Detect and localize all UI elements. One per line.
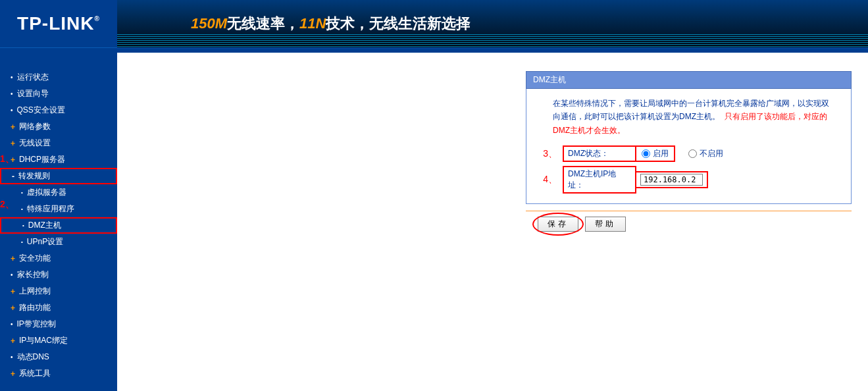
enable-radio[interactable] <box>642 149 650 158</box>
button-row: 保存 帮助 <box>526 217 852 232</box>
help-button[interactable]: 帮助 <box>585 217 626 232</box>
enable-label: 启用 <box>653 148 669 159</box>
disable-label: 不启用 <box>700 148 723 159</box>
nav-setup-wizard[interactable]: •设置向导 <box>0 86 117 102</box>
nav-special-apps[interactable]: •特殊应用程序 <box>0 201 117 217</box>
banner-text2: 技术，无线生活新选择 <box>326 15 471 32</box>
nav-ip-mac-binding[interactable]: +IP与MAC绑定 <box>0 332 117 349</box>
annotation-3: 3、 <box>526 148 563 160</box>
panel-title: DMZ主机 <box>526 71 852 89</box>
dmz-ip-row: 4、 DMZ主机IP地址： <box>526 164 851 195</box>
dmz-ip-input[interactable] <box>640 174 703 186</box>
banner-area: 150M无线速率，11N技术，无线生活新选择 <box>117 0 868 47</box>
nav-virtual-server[interactable]: •虚拟服务器 <box>0 184 117 201</box>
nav-security[interactable]: +安全功能 <box>0 250 117 267</box>
nav-dmz-host[interactable]: •DMZ主机 <box>0 217 117 234</box>
dmz-panel: DMZ主机 在某些特殊情况下，需要让局域网中的一台计算机完全暴露给广域网，以实现… <box>526 71 852 391</box>
dmz-ip-label: DMZ主机IP地址： <box>563 166 636 194</box>
header-bottom-bar <box>0 47 868 53</box>
nav-running-status[interactable]: •运行状态 <box>0 69 117 86</box>
nav-forwarding-rules[interactable]: -转发规则 <box>0 168 117 184</box>
nav-routing[interactable]: +路由功能 <box>0 300 117 316</box>
nav-internet-control[interactable]: +上网控制 <box>0 283 117 300</box>
annotation-2: 2、 <box>0 199 14 211</box>
nav-dhcp[interactable]: +DHCP服务器 <box>0 151 117 168</box>
banner-speed: 150M <box>191 15 227 32</box>
banner-text1: 无线速率， <box>227 15 299 32</box>
sidebar: •运行状态 •设置向导 •QSS安全设置 +网络参数 +无线设置 +DHCP服务… <box>0 53 117 391</box>
nav-qss-security[interactable]: •QSS安全设置 <box>0 102 117 118</box>
annotation-4: 4、 <box>526 174 563 186</box>
nav-network-params[interactable]: +网络参数 <box>0 118 117 135</box>
dmz-status-label: DMZ状态： <box>563 145 636 162</box>
help-text: 在某些特殊情况下，需要让局域网中的一台计算机完全暴露给广域网，以实现双向通信，此… <box>526 97 851 143</box>
disable-radio-group: 不启用 <box>683 147 728 161</box>
nav-wireless[interactable]: +无线设置 <box>0 135 117 151</box>
nav-bandwidth[interactable]: •IP带宽控制 <box>0 316 117 332</box>
annotation-1: 1、 <box>0 153 14 165</box>
dmz-status-row: 3、 DMZ状态： 启用 不启用 <box>526 143 851 164</box>
nav-ddns[interactable]: •动态DNS <box>0 349 117 365</box>
nav-parental-control[interactable]: •家长控制 <box>0 267 117 283</box>
sidebar-promo-link[interactable]: 更多TP-LINK产品， 请点击查看 >> <box>0 382 117 391</box>
banner-tech: 11N <box>299 15 326 32</box>
nav-system-tools[interactable]: +系统工具 <box>0 365 117 382</box>
logo-area: TP-LINK® <box>0 0 117 47</box>
panel-divider <box>526 211 852 211</box>
logo-text: TP-LINK® <box>17 13 100 34</box>
content-area: DMZ主机 在某些特殊情况下，需要让局域网中的一台计算机完全暴露给广域网，以实现… <box>117 53 868 391</box>
header: TP-LINK® 150M无线速率，11N技术，无线生活新选择 <box>0 0 868 47</box>
save-button[interactable]: 保存 <box>538 217 578 232</box>
disable-radio[interactable] <box>688 149 697 158</box>
nav-upnp[interactable]: •UPnP设置 <box>0 234 117 250</box>
enable-radio-group: 启用 <box>635 145 675 162</box>
